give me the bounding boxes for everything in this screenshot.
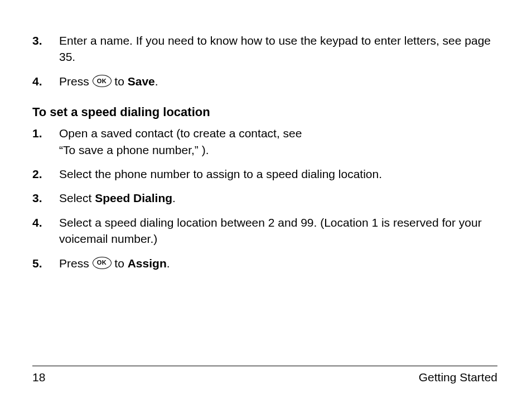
text-fragment: Press xyxy=(59,75,93,88)
text-line: “To save a phone number,” ). xyxy=(59,143,209,156)
footer-row: 18 Getting Started xyxy=(32,371,497,384)
step-number: 3. xyxy=(32,190,59,206)
text-fragment: Press xyxy=(59,257,93,270)
step-number: 4. xyxy=(32,214,59,231)
ok-button-icon: OK xyxy=(93,75,112,87)
text-fragment: to xyxy=(112,257,128,270)
text-fragment: to xyxy=(112,75,128,88)
text-fragment: Select xyxy=(59,191,95,204)
step-item: 1. Open a saved contact (to create a con… xyxy=(32,125,497,158)
step-item: 3. Enter a name. If you need to know how… xyxy=(32,32,497,65)
step-number: 2. xyxy=(32,166,59,182)
bold-fragment: Speed Dialing xyxy=(95,191,172,204)
step-text: Press OK to Assign. xyxy=(59,255,497,271)
section-title: Getting Started xyxy=(419,371,497,384)
text-fragment: . xyxy=(167,257,170,270)
step-item: 2. Select the phone number to assign to … xyxy=(32,166,497,182)
bold-fragment: Save xyxy=(128,75,155,88)
text-fragment: . xyxy=(155,75,158,88)
text-line: Open a saved contact (to create a contac… xyxy=(59,127,302,140)
step-text: Select a speed dialing location between … xyxy=(59,214,497,247)
step-number: 5. xyxy=(32,255,59,271)
step-item: 4. Select a speed dialing location betwe… xyxy=(32,214,497,247)
footer-divider xyxy=(32,366,497,366)
manual-page: 3. Enter a name. If you need to know how… xyxy=(0,0,532,412)
step-number: 3. xyxy=(32,32,59,49)
step-item: 3. Select Speed Dialing. xyxy=(32,190,497,206)
text-fragment: . xyxy=(172,191,176,204)
step-list-a: 3. Enter a name. If you need to know how… xyxy=(32,32,497,89)
step-text: Press OK to Save. xyxy=(59,73,497,89)
bold-fragment: Assign xyxy=(128,257,167,270)
step-item: 5. Press OK to Assign. xyxy=(32,255,497,271)
ok-button-icon: OK xyxy=(93,257,112,269)
step-item: 4. Press OK to Save. xyxy=(32,73,497,89)
page-number: 18 xyxy=(32,371,45,384)
step-text: Open a saved contact (to create a contac… xyxy=(59,125,497,158)
step-number: 4. xyxy=(32,73,59,89)
step-text: Select the phone number to assign to a s… xyxy=(59,166,497,182)
page-footer: 18 Getting Started xyxy=(32,366,497,384)
step-text: Select Speed Dialing. xyxy=(59,190,497,206)
step-list-b: 1. Open a saved contact (to create a con… xyxy=(32,125,497,271)
section-heading: To set a speed dialing location xyxy=(32,105,497,119)
step-number: 1. xyxy=(32,125,59,141)
step-text: Enter a name. If you need to know how to… xyxy=(59,32,497,65)
